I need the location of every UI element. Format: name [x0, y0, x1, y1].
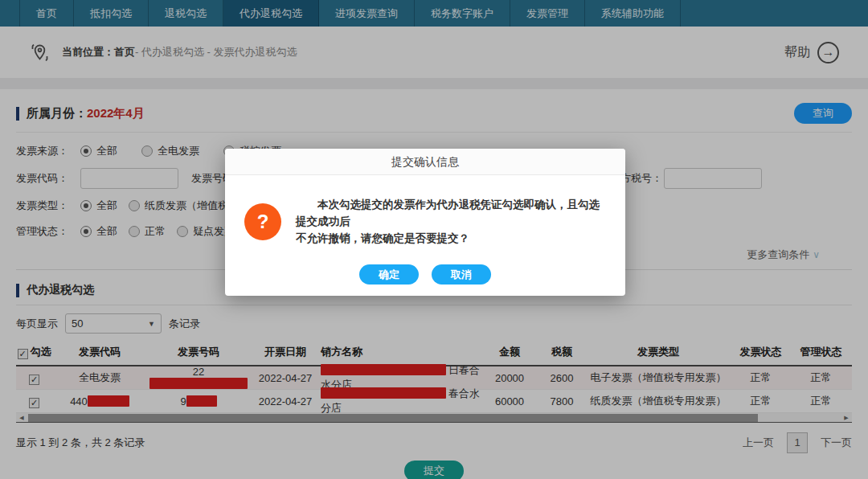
dialog-buttons: 确定 取消	[243, 264, 608, 285]
question-icon: ?	[244, 203, 281, 240]
confirm-button[interactable]: 确定	[359, 264, 419, 285]
cancel-button[interactable]: 取消	[432, 264, 491, 285]
confirm-dialog: 提交确认信息 ? 本次勾选提交的发票作为代办退税凭证勾选即确认，且勾选提交成功后…	[225, 149, 625, 296]
dialog-title: 提交确认信息	[225, 149, 625, 175]
dialog-body: ? 本次勾选提交的发票作为代办退税凭证勾选即确认，且勾选提交成功后 不允许撤销，…	[225, 175, 625, 285]
dialog-message: 本次勾选提交的发票作为代办退税凭证勾选即确认，且勾选提交成功后 不允许撤销，请您…	[296, 175, 608, 247]
dialog-message-line1: 本次勾选提交的发票作为代办退税凭证勾选即确认，且勾选提交成功后	[296, 196, 608, 230]
dialog-message-line2: 不允许撤销，请您确定是否要提交？	[296, 230, 608, 247]
